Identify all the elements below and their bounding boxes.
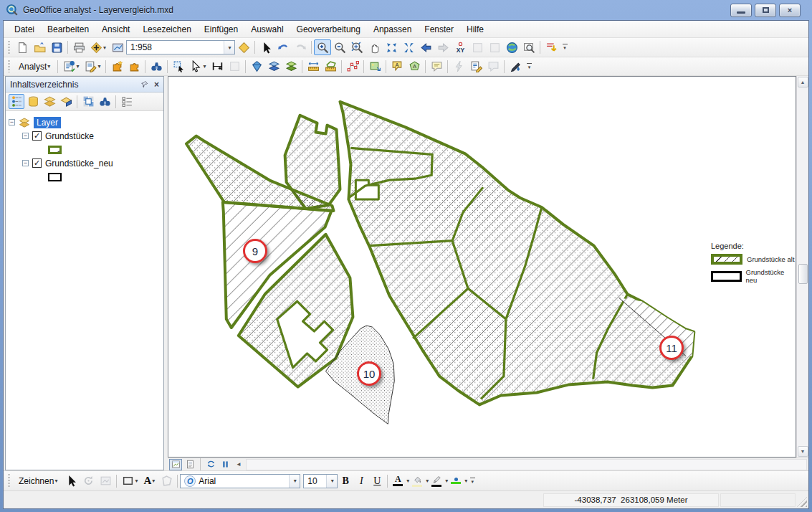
clear-selection-button[interactable] bbox=[486, 39, 503, 55]
toolbar-overflow-button[interactable]: ▾ bbox=[560, 39, 570, 55]
toc-root-layer[interactable]: Layer bbox=[34, 117, 61, 128]
italic-button[interactable]: I bbox=[353, 473, 369, 488]
layers-green-button[interactable] bbox=[282, 59, 300, 75]
toolbar-overflow-button[interactable]: ▾ bbox=[524, 59, 534, 75]
list-by-source-button[interactable] bbox=[25, 94, 41, 109]
form-tasks-button[interactable]: ▾ bbox=[60, 59, 82, 75]
toolbox-button[interactable] bbox=[235, 39, 252, 55]
magnifier-window-button[interactable] bbox=[520, 39, 538, 55]
menu-anpassen[interactable]: Anpassen bbox=[367, 22, 418, 37]
toc-layer-grundstuecke-neu[interactable]: Grundstücke_neu bbox=[45, 158, 113, 169]
menu-einfuegen[interactable]: Einfügen bbox=[198, 22, 244, 37]
vertical-scrollbar[interactable]: ▲ ▼ bbox=[796, 76, 808, 458]
font-color-button[interactable]: A bbox=[390, 473, 406, 488]
scroll-left-icon[interactable]: ◄ bbox=[233, 461, 244, 468]
select-features-button[interactable]: ▾ bbox=[187, 59, 209, 75]
extension-new-button[interactable] bbox=[108, 59, 125, 75]
menu-datei[interactable]: Datei bbox=[8, 22, 41, 37]
search-button[interactable] bbox=[97, 94, 113, 109]
layer-symbol-dots[interactable] bbox=[48, 173, 62, 181]
fixed-zoom-out-button[interactable] bbox=[400, 39, 417, 55]
forward-extent-button[interactable] bbox=[434, 39, 452, 55]
zoom-out-button[interactable] bbox=[331, 39, 348, 55]
go-to-xy-button[interactable] bbox=[452, 39, 469, 55]
restore-button[interactable] bbox=[755, 4, 776, 17]
add-data-button[interactable]: ▾ bbox=[87, 39, 109, 55]
menu-ansicht[interactable]: Ansicht bbox=[95, 22, 136, 37]
label-polygon-button[interactable] bbox=[406, 59, 423, 75]
picture-element-button[interactable] bbox=[97, 473, 114, 489]
collapse-icon[interactable]: − bbox=[22, 133, 29, 139]
scale-settings-button[interactable] bbox=[109, 39, 126, 55]
list-by-selection-button[interactable] bbox=[58, 94, 74, 109]
list-by-drawing-order-button[interactable] bbox=[9, 94, 24, 109]
data-view-button[interactable] bbox=[169, 459, 182, 470]
identify-button[interactable] bbox=[226, 59, 243, 75]
layer-checkbox[interactable]: ✓ bbox=[32, 158, 42, 168]
toc-layer-grundstuecke[interactable]: Grundstücke bbox=[45, 131, 94, 141]
attributes-edit-button[interactable] bbox=[467, 59, 484, 75]
shape-tool-button[interactable]: ▾ bbox=[119, 473, 140, 489]
form-edit-button[interactable]: ▾ bbox=[82, 59, 103, 75]
zoom-selected-button[interactable] bbox=[469, 39, 486, 55]
extension-button[interactable] bbox=[125, 59, 143, 75]
options-list-button[interactable] bbox=[119, 94, 135, 109]
minimize-button[interactable] bbox=[730, 4, 752, 17]
select-by-rectangle-button[interactable] bbox=[170, 59, 187, 75]
zoom-in-button[interactable] bbox=[314, 39, 331, 55]
flash-tool-button[interactable] bbox=[450, 59, 467, 75]
scroll-up-icon[interactable]: ▲ bbox=[798, 77, 808, 87]
list-by-visibility-button[interactable] bbox=[42, 94, 57, 109]
layer-symbol-hatch[interactable] bbox=[48, 146, 62, 154]
layout-view-button[interactable] bbox=[183, 459, 196, 470]
pan-button[interactable] bbox=[366, 39, 383, 55]
text-tool-button[interactable]: A▾ bbox=[140, 473, 158, 489]
toolbar-grip[interactable] bbox=[7, 474, 11, 488]
menu-fenster[interactable]: Fenster bbox=[418, 22, 460, 37]
parcel-label-11[interactable]: 11 bbox=[659, 336, 684, 360]
font-combobox[interactable]: O Arial ▾ bbox=[180, 474, 300, 488]
fill-color-button[interactable] bbox=[409, 473, 425, 488]
vertical-scroll-thumb[interactable] bbox=[798, 264, 808, 284]
new-document-button[interactable] bbox=[14, 39, 31, 55]
font-size-combobox[interactable]: 10 ▾ bbox=[303, 474, 338, 488]
save-button[interactable] bbox=[48, 39, 65, 55]
pin-icon[interactable] bbox=[140, 80, 148, 88]
fixed-zoom-in-button[interactable] bbox=[383, 39, 400, 55]
redo-button[interactable] bbox=[292, 39, 309, 55]
print-button[interactable] bbox=[70, 39, 87, 55]
bold-button[interactable]: B bbox=[338, 473, 353, 488]
menu-geoverarbeitung[interactable]: Geoverarbeitung bbox=[290, 22, 367, 37]
refresh-button[interactable] bbox=[204, 459, 217, 470]
toolbar-grip[interactable] bbox=[7, 60, 11, 72]
select-elements-button[interactable] bbox=[62, 473, 80, 489]
menu-bearbeiten[interactable]: Bearbeiten bbox=[41, 22, 95, 37]
menu-lesezeichen[interactable]: Lesezeichen bbox=[136, 22, 197, 37]
collapse-icon[interactable]: − bbox=[9, 119, 15, 125]
open-button[interactable] bbox=[31, 39, 48, 55]
globe-view-button[interactable] bbox=[503, 39, 520, 55]
scroll-down-icon[interactable]: ▼ bbox=[798, 446, 808, 457]
annotation-button[interactable] bbox=[428, 59, 445, 75]
editor-button[interactable] bbox=[543, 39, 560, 55]
parcel-label-9[interactable]: 9 bbox=[243, 239, 267, 263]
measure-distance-button[interactable] bbox=[305, 59, 322, 75]
gem-tool-button[interactable] bbox=[248, 59, 265, 75]
zoom-full-extent-button[interactable] bbox=[348, 39, 366, 55]
undo-button[interactable] bbox=[274, 39, 292, 55]
line-color-button[interactable] bbox=[429, 473, 444, 488]
menu-auswahl[interactable]: Auswahl bbox=[244, 22, 290, 37]
layer-checkbox[interactable]: ✓ bbox=[32, 131, 42, 141]
zeichnen-menu-button[interactable]: Zeichnen▾ bbox=[14, 473, 62, 489]
toolbar-grip[interactable] bbox=[7, 41, 11, 54]
sketch-pen-button[interactable] bbox=[507, 59, 524, 75]
search-binoculars-button[interactable] bbox=[148, 59, 165, 75]
measure-button[interactable] bbox=[209, 59, 226, 75]
menu-hilfe[interactable]: Hilfe bbox=[460, 22, 490, 37]
comment-disabled-button[interactable] bbox=[484, 59, 502, 75]
layers-blue-button[interactable] bbox=[265, 59, 282, 75]
measure-area-button[interactable] bbox=[322, 59, 339, 75]
marker-color-button[interactable] bbox=[448, 473, 464, 488]
collapse-icon[interactable]: − bbox=[22, 160, 29, 166]
select-elements-button[interactable] bbox=[257, 39, 274, 55]
